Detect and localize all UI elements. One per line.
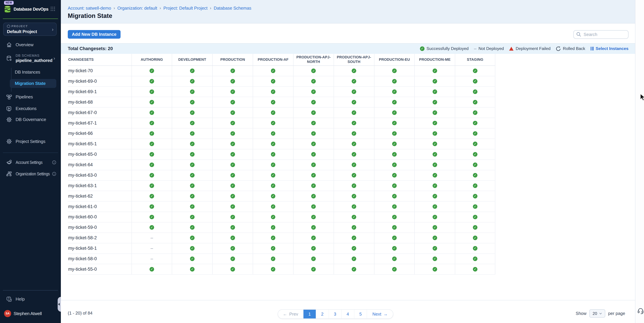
add-db-instance-button[interactable]: Add New DB Instance	[68, 30, 120, 39]
sidebar-item-pipelines[interactable]: Pipelines	[0, 92, 61, 102]
status-cell: ✓	[212, 264, 253, 274]
support-headset-icon[interactable]	[637, 307, 644, 314]
status-cell: ✓	[455, 170, 495, 180]
help-icon: ?	[6, 296, 12, 302]
table-row[interactable]: my-ticket-63-1✓✓✓✓✓✓✓✓✓	[68, 181, 495, 191]
page-button-2[interactable]: 2	[316, 310, 328, 318]
status-cell: ✓	[212, 191, 253, 201]
project-selector[interactable]: PROJECT Default Project ›	[3, 23, 57, 36]
page-button-1[interactable]: 1	[303, 310, 316, 318]
page-button-4[interactable]: 4	[341, 310, 354, 318]
table-row[interactable]: my-ticket-66✓✓✓✓✓✓✓✓✓	[68, 128, 495, 139]
next-page-button[interactable]: Next→	[367, 310, 393, 318]
right-gutter	[636, 0, 644, 323]
sidebar-item-project-settings[interactable]: Project Settings	[0, 137, 61, 146]
sidebar-item-organization-settings[interactable]: Organization Settings	[0, 169, 61, 179]
status-cell: ✓	[334, 212, 374, 222]
table-row[interactable]: my-ticket-70✓✓✓✓✓✓✓✓✓	[68, 66, 495, 76]
table-row[interactable]: my-ticket-62✓✓✓✓✓✓✓✓✓	[68, 191, 495, 201]
page-button-5[interactable]: 5	[354, 310, 367, 318]
check-icon: ✓	[190, 121, 194, 125]
table-header: CHANGESETSAUTHORINGDEVELOPMENTPRODUCTION…	[68, 54, 495, 66]
check-icon: ✓	[392, 163, 397, 167]
sidebar-item-help[interactable]: ? Help	[0, 294, 61, 304]
check-icon: ✓	[392, 267, 397, 271]
check-icon: ✓	[271, 183, 276, 188]
table-row[interactable]: my-ticket-65-1✓✓✓✓✓✓✓✓✓	[68, 139, 495, 149]
table-row[interactable]: my-ticket-60-0✓✓✓✓✓✓✓✓✓	[68, 212, 495, 222]
page-button-3[interactable]: 3	[328, 310, 342, 318]
db-schemas-value: pipeline_authored	[16, 58, 52, 63]
search-input[interactable]	[573, 30, 628, 39]
check-icon: ✓	[230, 131, 235, 136]
sidebar-collapse-handle[interactable]	[58, 297, 61, 312]
check-icon: ✓	[150, 142, 154, 146]
status-cell: ✓	[374, 118, 414, 128]
status-cell: ✓	[253, 243, 293, 253]
status-cell: ✓	[334, 139, 374, 149]
status-cell: –	[132, 254, 172, 264]
table-row[interactable]: my-ticket-58-2–✓✓✓✓✓✓✓✓	[68, 233, 495, 243]
status-cell: ✓	[414, 139, 455, 149]
apps-grid-icon[interactable]	[50, 7, 55, 11]
sidebar-item-db-instances[interactable]: DB Instances	[15, 70, 40, 75]
status-cell: ✓	[172, 76, 212, 86]
status-cell: ✓	[414, 149, 455, 159]
status-cell: ✓	[253, 212, 293, 222]
page-size-select[interactable]: 20	[590, 309, 605, 317]
user-menu[interactable]: SA Stephen Atwell	[0, 308, 61, 319]
prev-page-button[interactable]: ←Prev	[278, 310, 303, 318]
status-cell: ✓	[334, 128, 374, 139]
select-instances-button[interactable]: Select Instances	[590, 46, 628, 51]
breadcrumb-link[interactable]: Account: satwell-demo	[68, 6, 111, 11]
breadcrumb-separator: ›	[114, 6, 115, 11]
table-row[interactable]: my-ticket-55-0✓✓✓✓✓✓✓✓✓	[68, 264, 495, 274]
sidebar-item-migration-state[interactable]: Migration State	[10, 79, 56, 88]
status-cell: ✓	[455, 181, 495, 191]
check-icon: ✓	[311, 100, 316, 105]
sidebar-item-db-schemas[interactable]: DB SCHEMAS pipeline_authored ›	[0, 52, 61, 66]
sidebar-item-db-governance[interactable]: DB Governance	[0, 115, 61, 125]
status-cell: ✓	[293, 181, 334, 191]
legend-label: Rolled Back	[563, 46, 585, 51]
sidebar-item-overview[interactable]: Overview	[0, 40, 61, 50]
check-icon: ✓	[150, 194, 154, 198]
status-cell: ✓	[374, 254, 414, 264]
table-row[interactable]: my-ticket-65-0✓✓✓✓✓✓✓✓✓	[68, 149, 495, 160]
table-row[interactable]: my-ticket-67-0✓✓✓✓✓✓✓✓✓	[68, 108, 495, 118]
status-cell: ✓	[374, 212, 414, 222]
sidebar-item-account-settings[interactable]: Account Settings	[0, 157, 61, 167]
sidebar-item-executions[interactable]: Executions	[0, 104, 61, 113]
table-row[interactable]: my-ticket-69-0✓✓✓✓✓✓✓✓✓	[68, 76, 495, 87]
check-icon: ✓	[311, 89, 316, 94]
status-cell: ✓	[293, 66, 334, 76]
table-row[interactable]: my-ticket-63-0✓✓✓✓✓✓✓✓✓	[68, 170, 495, 181]
table-row[interactable]: my-ticket-67-1✓✓✓✓✓✓✓✓✓	[68, 118, 495, 128]
table-row[interactable]: my-ticket-68✓✓✓✓✓✓✓✓✓	[68, 97, 495, 108]
table-row[interactable]: my-ticket-64✓✓✓✓✓✓✓✓✓	[68, 160, 495, 170]
search-icon	[576, 32, 581, 37]
breadcrumb-link[interactable]: Organization: default	[117, 6, 157, 11]
table-row[interactable]: my-ticket-61-0✓✓✓✓✓✓✓✓✓	[68, 201, 495, 212]
table-row[interactable]: my-ticket-58-0–✓✓✓✓✓✓✓✓	[68, 254, 495, 264]
status-cell: ✓	[455, 264, 495, 274]
changeset-name: my-ticket-66	[68, 128, 132, 139]
check-icon: ✓	[392, 236, 397, 240]
breadcrumb-link[interactable]: Database Schemas	[214, 6, 251, 11]
table-row[interactable]: my-ticket-59-0✓✓✓✓✓✓✓✓✓	[68, 222, 495, 233]
check-icon: ✓	[150, 131, 154, 136]
table-row[interactable]: my-ticket-69-1✓✓✓✓✓✓✓✓✓	[68, 87, 495, 97]
check-icon: ✓	[473, 204, 478, 209]
table-row[interactable]: my-ticket-58-1–✓✓✓✓✓✓✓✓	[68, 243, 495, 254]
status-cell: ✓	[414, 264, 455, 274]
check-icon: ✓	[473, 225, 478, 230]
status-cell: ✓	[253, 97, 293, 107]
check-icon: ✓	[352, 173, 356, 178]
status-cell: ✓	[212, 170, 253, 180]
breadcrumb: Account: satwell-demo›Organization: defa…	[68, 6, 251, 11]
status-cell: ✓	[455, 160, 495, 170]
check-icon: ✓	[392, 173, 397, 178]
status-cell: ✓	[293, 212, 334, 222]
breadcrumb-link[interactable]: Project: Default Project	[163, 6, 208, 11]
check-icon: ✓	[311, 225, 316, 230]
